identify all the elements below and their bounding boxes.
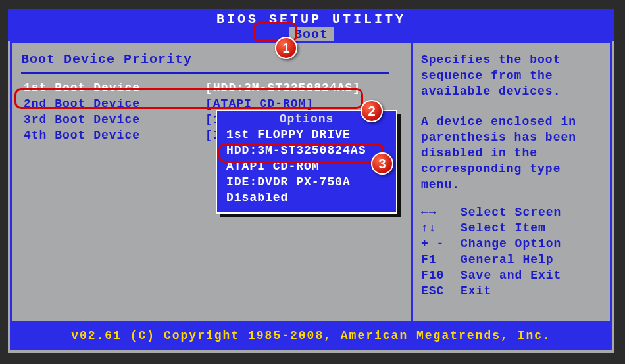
option-item[interactable]: 1st FLOPPY DRIVE	[217, 127, 396, 143]
bios-screen: BIOS SETUP UTILITY Boot Boot Device Prio…	[8, 9, 614, 353]
option-item[interactable]: Disabled	[217, 190, 396, 206]
key-hint: + -Change Option	[421, 236, 602, 252]
help-line: disabled in the	[421, 145, 602, 161]
main-panel: Boot Device Priority 1st Boot Device [HD…	[10, 41, 411, 323]
boot-value: [HDD:3M-ST3250824AS]	[205, 80, 361, 96]
boot-label: 3rd Boot Device	[21, 112, 205, 127]
boot-label: 2nd Boot Device	[21, 96, 205, 112]
options-title: Options	[217, 112, 396, 125]
spacer	[421, 99, 602, 114]
help-line: menu.	[421, 177, 602, 193]
key-hint: ESCExit	[421, 283, 602, 299]
spacer	[421, 193, 602, 204]
divider	[21, 72, 389, 74]
help-panel: Specifies the boot sequence from the ava…	[411, 41, 612, 323]
section-title: Boot Device Priority	[21, 52, 402, 67]
header-bar: BIOS SETUP UTILITY Boot	[8, 9, 614, 41]
option-item[interactable]: ATAPI CD-ROM	[217, 158, 396, 174]
content-area: Boot Device Priority 1st Boot Device [HD…	[8, 41, 614, 323]
help-line: Specifies the boot	[421, 52, 602, 68]
app-title: BIOS SETUP UTILITY	[8, 9, 614, 27]
help-line: A device enclosed in	[421, 114, 602, 129]
help-line: corresponding type	[421, 161, 602, 177]
options-popup: Options 1st FLOPPY DRIVE HDD:3M-ST325082…	[216, 110, 397, 214]
boot-label: 4th Boot Device	[21, 127, 205, 143]
option-item-selected[interactable]: HDD:3M-ST3250824AS	[217, 143, 396, 158]
option-item[interactable]: IDE:DVDR PX-750A	[217, 174, 396, 190]
help-line: parenthesis has been	[421, 129, 602, 145]
help-line: available devices.	[421, 83, 602, 99]
tab-boot[interactable]: Boot	[289, 27, 334, 42]
key-hint: ←→Select Screen	[421, 204, 602, 220]
key-hint: ↑↓Select Item	[421, 220, 602, 236]
boot-label: 1st Boot Device	[21, 80, 205, 96]
key-hint: F10Save and Exit	[421, 267, 602, 283]
footer-bar: v02.61 (C) Copyright 1985-2008, American…	[10, 323, 612, 350]
boot-row-1[interactable]: 1st Boot Device [HDD:3M-ST3250824AS]	[21, 80, 402, 96]
help-line: sequence from the	[421, 68, 602, 83]
key-hint: F1General Help	[421, 252, 602, 267]
